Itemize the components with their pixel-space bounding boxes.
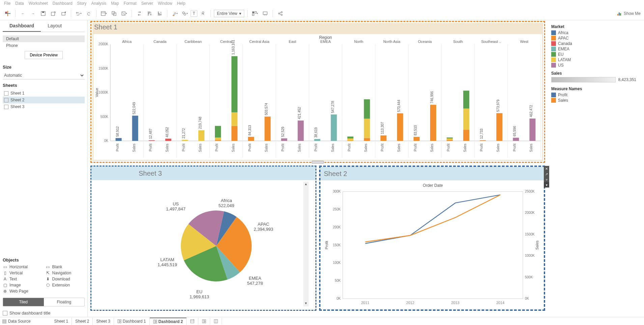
goto-sheet-icon[interactable]: ↗ xyxy=(544,171,549,177)
tab-dashboard[interactable]: Dashboard xyxy=(3,20,41,32)
more-icon[interactable]: ▾ xyxy=(544,182,549,188)
new-worksheet-icon[interactable]: ▾ xyxy=(100,9,108,18)
obj-web-page[interactable]: ⊕Web Page xyxy=(3,289,42,294)
obj-extension[interactable]: ⬡Extension xyxy=(46,283,85,288)
save-icon[interactable] xyxy=(39,9,48,18)
menu-help[interactable]: Help xyxy=(177,1,186,6)
sort-desc-icon[interactable] xyxy=(155,9,164,18)
svg-text:Southeast ..: Southeast .. xyxy=(481,40,501,44)
menu-bar[interactable]: FileDataWorksheetDashboardStoryAnalysisM… xyxy=(0,0,644,7)
svg-rect-92 xyxy=(264,117,271,141)
sheet3-frame[interactable]: Sheet 3 Africa522,049APAC2,394,993EMEA54… xyxy=(90,166,316,311)
new-dashboard-tab-icon[interactable] xyxy=(198,318,210,325)
highlight-icon[interactable]: ▾ xyxy=(170,9,179,18)
pin-icon[interactable] xyxy=(199,9,207,18)
tiled-button[interactable]: Tiled xyxy=(3,298,44,306)
filter-icon[interactable]: ▿ xyxy=(544,177,549,182)
sheet-item-2[interactable]: Sheet 2 xyxy=(3,97,85,103)
clear-icon[interactable]: ▾ xyxy=(120,9,129,18)
svg-rect-131 xyxy=(414,137,420,141)
legend-market-emea[interactable]: EMEA xyxy=(551,47,636,51)
legend-market-apac[interactable]: APAC xyxy=(551,36,636,41)
menu-format[interactable]: Format xyxy=(124,1,137,6)
menu-analysis[interactable]: Analysis xyxy=(91,1,107,6)
dashboard-canvas[interactable]: Sheet 1 Region0K500K1000K1500K2000KValue… xyxy=(88,20,644,318)
sheet1-frame[interactable]: Sheet 1 Region0K500K1000K1500K2000KValue… xyxy=(90,21,545,163)
sheet2-frame[interactable]: Sheet 2 Order Date0K50K100K150K200K250K3… xyxy=(319,166,545,311)
svg-text:Sales: Sales xyxy=(463,144,467,152)
device-phone[interactable]: Phone xyxy=(3,42,85,49)
tab-layout[interactable]: Layout xyxy=(41,20,68,32)
menu-file[interactable]: File xyxy=(4,1,10,6)
resize-handle[interactable] xyxy=(312,161,324,164)
tableau-logo-icon[interactable] xyxy=(3,9,12,18)
svg-text:50K: 50K xyxy=(335,279,341,282)
share-icon[interactable] xyxy=(276,9,285,18)
tab-sheet-1[interactable]: Sheet 1 xyxy=(51,318,72,325)
legend-measure-profit[interactable]: Profit xyxy=(551,93,636,97)
menu-server[interactable]: Server xyxy=(141,1,153,6)
redo-icon[interactable] xyxy=(84,9,93,18)
svg-text:1,969,613: 1,969,613 xyxy=(190,294,209,299)
swap-icon[interactable] xyxy=(135,9,144,18)
menu-data[interactable]: Data xyxy=(15,1,24,6)
new-worksheet-tab-icon[interactable]: + xyxy=(187,318,198,325)
tab-dashboard-2[interactable]: Dashboard 2 xyxy=(150,318,187,325)
device-default[interactable]: Default xyxy=(3,35,85,42)
obj-text[interactable]: AText xyxy=(3,277,42,281)
sheet-item-1[interactable]: Sheet 1 xyxy=(3,90,85,97)
undo-icon[interactable]: ▾ xyxy=(74,9,83,18)
svg-rect-65 xyxy=(165,139,171,141)
svg-text:1,497,847: 1,497,847 xyxy=(166,206,186,211)
svg-rect-100 xyxy=(298,121,304,141)
autoupdate-icon[interactable]: ▾ xyxy=(59,9,68,18)
obj-vertical[interactable]: ▯Vertical xyxy=(3,271,42,275)
duplicate-icon[interactable] xyxy=(110,9,118,18)
floating-button[interactable]: Floating xyxy=(44,298,85,306)
svg-text:2012: 2012 xyxy=(406,301,414,305)
group-icon[interactable]: ▾ xyxy=(180,9,189,18)
obj-download[interactable]: ⬇Download xyxy=(46,277,85,281)
presentation-icon[interactable] xyxy=(261,9,270,18)
legend-market-latam[interactable]: LATAM xyxy=(551,57,636,62)
label-icon[interactable]: T xyxy=(191,10,197,17)
svg-text:Profit: Profit xyxy=(314,144,318,152)
back-icon[interactable]: ← xyxy=(19,9,27,18)
svg-text:1500K: 1500K xyxy=(99,67,108,70)
show-title-checkbox[interactable] xyxy=(3,311,7,316)
legend-market-africa[interactable]: Africa xyxy=(551,30,636,35)
svg-text:Profit: Profit xyxy=(281,144,285,152)
show-me-button[interactable]: Show Me xyxy=(617,11,641,16)
legend-market-eu[interactable]: EU xyxy=(551,52,636,57)
svg-text:1000K: 1000K xyxy=(525,254,535,257)
menu-story[interactable]: Story xyxy=(77,1,87,6)
obj-image[interactable]: ▢Image xyxy=(3,283,42,288)
legend-market-us[interactable]: US xyxy=(551,63,636,68)
obj-horizontal[interactable]: ▭Horizontal xyxy=(3,265,42,269)
sheet2-toolbar: ✕ ↗ ▿ ▾ xyxy=(544,166,549,188)
svg-rect-204 xyxy=(156,322,157,323)
new-story-tab-icon[interactable] xyxy=(210,318,222,325)
tab-sheet-2[interactable]: Sheet 2 xyxy=(72,318,93,325)
tab-sheet-3[interactable]: Sheet 3 xyxy=(93,318,114,325)
scrollbar[interactable]: ▴ ▾ xyxy=(303,182,309,306)
new-datasource-icon[interactable] xyxy=(49,9,58,18)
size-select[interactable]: Automatic xyxy=(3,72,85,79)
data-source-tab[interactable]: Data Source xyxy=(2,319,31,324)
legend-market-canada[interactable]: Canada xyxy=(551,41,636,46)
sort-asc-icon[interactable] xyxy=(145,9,154,18)
menu-dashboard[interactable]: Dashboard xyxy=(53,1,73,6)
legend-measure-sales[interactable]: Sales xyxy=(551,98,636,103)
menu-map[interactable]: Map xyxy=(111,1,119,6)
tab-dashboard-1[interactable]: Dashboard 1 xyxy=(114,318,150,325)
obj-navigation[interactable]: ⇱Navigation xyxy=(46,271,85,275)
device-preview-button[interactable]: Device Preview xyxy=(25,51,63,59)
sheet-item-3[interactable]: Sheet 3 xyxy=(3,103,85,110)
menu-worksheet[interactable]: Worksheet xyxy=(29,1,48,6)
show-cards-icon[interactable]: ▾ xyxy=(251,9,259,18)
obj-blank[interactable]: ▭Blank xyxy=(46,265,85,269)
fit-select[interactable]: Entire View ▾ xyxy=(214,10,244,17)
close-icon[interactable]: ✕ xyxy=(544,166,549,171)
forward-icon[interactable]: → xyxy=(29,9,37,18)
menu-window[interactable]: Window xyxy=(158,1,172,6)
